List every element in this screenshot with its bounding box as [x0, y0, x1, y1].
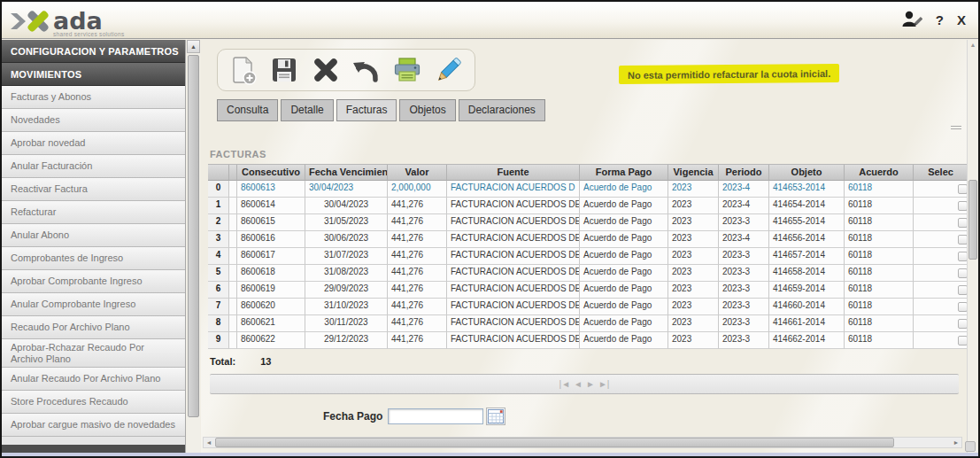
column-header[interactable]: Valor — [388, 165, 447, 181]
row-select-checkbox[interactable] — [958, 319, 967, 329]
tab-consulta[interactable]: Consulta — [217, 99, 278, 121]
cell-vigencia: 2023 — [668, 181, 719, 198]
cell-periodo: 2023-4 — [719, 181, 769, 198]
cell-fuente: FACTURACION ACUERDOS DE PAG — [447, 299, 580, 315]
cell-selec — [914, 231, 967, 248]
scroll-right-button[interactable]: ► — [951, 438, 961, 447]
sidebar-bottom-bar — [2, 445, 185, 453]
edit-button[interactable] — [432, 53, 466, 87]
sidebar-item[interactable]: Aprobar-Rchazar Recaudo Por Archivo Plan… — [2, 339, 185, 368]
row-select-checkbox[interactable] — [958, 218, 967, 228]
undo-button[interactable] — [350, 53, 383, 87]
user-profile-button[interactable] — [901, 10, 922, 29]
cell-consecutivo: 8600614 — [237, 198, 305, 214]
cell-forma_pago: Acuerdo de Pago — [580, 214, 668, 231]
cell-valor: 441,276 — [388, 198, 447, 214]
scroll-up-button-right[interactable]: ▲ — [968, 40, 978, 50]
column-header[interactable]: Forma Pago — [580, 165, 668, 181]
save-button[interactable] — [267, 53, 301, 87]
tab-declaraciones[interactable]: Declaraciones — [459, 99, 545, 121]
sidebar-item[interactable]: Novedades — [2, 109, 185, 132]
print-button[interactable] — [390, 53, 424, 87]
fecha-pago-row: Fecha Pago — [323, 408, 967, 425]
table-row[interactable]: 4860061731/07/2023441,276FACTURACION ACU… — [208, 248, 967, 265]
fecha-pago-input[interactable] — [388, 408, 483, 424]
sidebar-item[interactable]: Recaudo Por Archivo Plano — [2, 316, 185, 339]
scrollbar-thumb[interactable] — [188, 55, 199, 417]
column-header[interactable]: Consecutivo — [237, 165, 305, 181]
scrollbar-thumb-right[interactable] — [968, 180, 977, 260]
last-page-button[interactable]: ►| — [598, 379, 610, 389]
help-button[interactable]: ? — [936, 13, 944, 27]
table-row[interactable]: 7860062031/10/2023441,276FACTURACION ACU… — [208, 299, 967, 315]
sidebar-item[interactable]: Facturas y Abonos — [2, 86, 185, 109]
tab-objetos[interactable]: Objetos — [399, 99, 455, 121]
bottom-edge-strip — [2, 453, 978, 456]
table-row[interactable]: 3860061630/06/2023441,276FACTURACION ACU… — [208, 231, 967, 248]
cell-valor: 441,276 — [388, 231, 447, 248]
sidebar-item[interactable]: Store Procedures Recaudo — [2, 391, 185, 414]
next-page-button[interactable]: ► — [586, 379, 595, 389]
cell-fecha: 30/11/2023 — [305, 315, 388, 332]
cell-fecha: 31/08/2023 — [305, 265, 388, 282]
sidebar-item[interactable]: Aprobar novedad — [2, 132, 185, 155]
row-select-checkbox[interactable] — [958, 268, 967, 278]
table-row[interactable]: 6860061929/09/2023441,276FACTURACION ACU… — [208, 282, 967, 299]
splitter-handle-icon[interactable] — [951, 124, 961, 131]
cell-forma_pago: Acuerdo de Pago — [580, 198, 668, 214]
sidebar-item[interactable]: Comprobantes de Ingreso — [2, 247, 185, 270]
sidebar-section-configuracion[interactable]: CONFIGURACION Y PARAMETROS — [2, 40, 185, 63]
cell-consecutivo: 8600615 — [237, 214, 305, 231]
previous-page-button[interactable]: ◄ — [574, 379, 583, 389]
sidebar-item[interactable]: Aprobar Comprobante Ingreso — [2, 270, 185, 293]
sidebar-item[interactable]: Refacturar — [2, 201, 185, 224]
table-row[interactable]: 5860061831/08/2023441,276FACTURACION ACU… — [208, 265, 967, 282]
new-button[interactable] — [227, 53, 260, 87]
cell-fecha: 29/09/2023 — [305, 282, 388, 299]
column-header[interactable]: Fecha Vencimiento — [305, 165, 388, 181]
cell-acuerdo: 60118 — [845, 315, 914, 332]
row-select-checkbox[interactable] — [958, 302, 967, 312]
sidebar-item[interactable]: Anular Recaudo Por Archivo Plano — [2, 368, 185, 391]
delete-button[interactable] — [309, 53, 343, 87]
scroll-up-button[interactable]: ▲ — [187, 40, 200, 53]
tab-facturas[interactable]: Facturas — [336, 99, 397, 121]
column-header[interactable]: Acuerdo — [845, 165, 914, 181]
toolbar — [217, 49, 475, 91]
column-header[interactable]: Periodo — [719, 165, 769, 181]
row-select-checkbox[interactable] — [958, 184, 967, 194]
table-row[interactable]: 8860062130/11/2023441,276FACTURACION ACU… — [208, 315, 967, 332]
row-select-checkbox[interactable] — [958, 235, 967, 245]
close-button[interactable]: X — [957, 13, 966, 27]
tab-detalle[interactable]: Detalle — [281, 99, 333, 121]
resize-grip[interactable] — [965, 441, 976, 452]
cell-objeto: 414662-2014 — [769, 332, 845, 349]
row-select-checkbox[interactable] — [958, 252, 967, 261]
table-row[interactable]: 1860061430/04/2023441,276FACTURACION ACU… — [208, 198, 967, 214]
sidebar-section-movimientos[interactable]: MOVIMIENTOS — [2, 63, 185, 86]
sidebar-item[interactable]: Reactivar Factura — [2, 178, 185, 201]
sidebar-item[interactable]: Aprobar cargue masivo de novedades — [2, 414, 185, 437]
row-select-checkbox[interactable] — [958, 285, 967, 295]
first-page-button[interactable]: |◄ — [559, 379, 571, 389]
sidebar-item[interactable]: Anular Facturación — [2, 155, 185, 178]
cell-valor: 2,000,000 — [388, 181, 447, 198]
cell-acuerdo: 60118 — [845, 299, 914, 315]
sidebar-item[interactable]: Anular Comprobante Ingreso — [2, 293, 185, 316]
row-select-checkbox[interactable] — [958, 336, 967, 345]
table-row[interactable]: 0860061330/04/20232,000,000FACTURACION A… — [208, 181, 967, 198]
column-header[interactable]: Fuente — [447, 165, 580, 181]
table-row[interactable]: 9860062229/12/2023441,276FACTURACION ACU… — [208, 332, 967, 349]
calendar-button[interactable] — [486, 408, 505, 425]
horizontal-scrollbar: ◄ ► — [203, 437, 962, 448]
row-gap — [229, 265, 237, 282]
column-header[interactable]: Vigencia — [668, 165, 719, 181]
edit-pencil-icon — [433, 54, 465, 86]
row-select-checkbox[interactable] — [958, 201, 967, 211]
horizontal-scrollbar-thumb[interactable] — [215, 438, 894, 447]
table-row[interactable]: 2860061531/05/2023441,276FACTURACION ACU… — [208, 214, 967, 231]
scroll-left-button[interactable]: ◄ — [204, 438, 214, 447]
column-header[interactable]: Selec — [914, 165, 967, 181]
sidebar-item[interactable]: Anular Abono — [2, 224, 185, 247]
column-header[interactable]: Objeto — [769, 165, 845, 181]
